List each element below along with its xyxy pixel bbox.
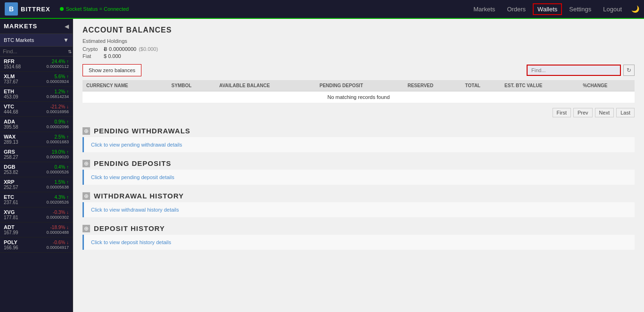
status-dot [60,7,64,11]
coin-pct-change: 24.4% ↑ [46,59,69,64]
pending-deposits-expand-icon[interactable]: ⊕ [83,160,90,167]
coin-info: ADA 395.58 [4,119,18,130]
coin-btc-value: 0.00000302 [46,215,69,220]
deposit-history-header: ⊕ DEPOSIT HISTORY [83,224,635,232]
deposit-history-expand-icon[interactable]: ⊕ [83,225,90,232]
nav-settings[interactable]: Settings [564,3,596,15]
coin-pct-change: -21.2% ↓ [46,104,69,109]
sidebar-coin-row[interactable]: WAX 289.13 2.5% ↑ 0.00001683 [0,132,73,147]
coin-change: 4.3% ↑ 0.00208526 [46,195,69,205]
refresh-button[interactable]: ↻ [623,65,635,76]
find-sidebar-input[interactable] [3,49,68,54]
pending-deposits-header: ⊕ PENDING DEPOSITS [83,159,635,167]
col-est-btc-value: EST. BTC VALUE [501,80,579,91]
coin-pct-change: 1.5% ↑ [46,180,69,185]
withdrawal-history-content[interactable]: Click to view withdrawal history details [83,202,635,217]
nav-markets[interactable]: Markets [469,3,500,15]
col-reserved: RESERVED [404,80,461,91]
sidebar-coin-row[interactable]: ETH 453.09 1.2% ↑ 0.06814234 [0,87,73,102]
coin-pct-change: 2.5% ↑ [46,134,69,140]
last-page-button[interactable]: Last [616,108,635,117]
sidebar-coin-row[interactable]: XLM 737.67 5.6% ↑ 0.00003924 [0,72,73,87]
sidebar-coin-row[interactable]: ADT 167.99 -18.9% ↓ 0.00000488 [0,222,73,238]
find-balance-input[interactable] [531,67,616,73]
pending-withdrawals-click-text: Click to view pending withdrawal details [91,142,182,148]
coin-info: XVG 177.81 [4,209,18,220]
pending-deposits-title: PENDING DEPOSITS [94,159,171,167]
balances-table-body: No matching records found [83,91,635,103]
coin-btc-value: 0.00002096 [46,124,69,129]
coin-pct-change: 0.9% ↑ [46,119,69,124]
pending-withdrawals-content[interactable]: Click to view pending withdrawal details [83,137,635,152]
coin-btc-value: 0.00004917 [46,245,69,250]
coin-btc-value: 0.00000112 [46,64,69,69]
sidebar-coin-row[interactable]: POLY 166.96 -0.6% ↓ 0.00004917 [0,238,73,253]
nav-wallets[interactable]: Wallets [533,3,562,15]
coin-name: POLY [4,239,18,245]
sidebar-coin-row[interactable]: XVG 177.81 -0.3% ↓ 0.00000302 [0,207,73,222]
show-zero-balances-button[interactable]: Show zero balances [83,64,141,76]
coin-name: VTC [4,104,18,109]
collapse-sidebar-button[interactable]: ◀ [65,23,69,30]
sidebar-coin-row[interactable]: VTC 444.68 -21.2% ↓ 0.00016956 [0,102,73,117]
coin-btc-value: 0.00001683 [46,140,69,144]
estimated-holdings: Estimated Holdings Crypto Ƀ 0.00000000 (… [83,38,635,59]
coin-change: 0.4% ↑ 0.00000526 [46,164,69,174]
coin-change: 1.2% ↑ 0.06814234 [46,89,69,99]
balances-table-header: CURRENCY NAME SYMBOL AVAILABLE BALANCE P… [83,80,635,91]
find-sidebar-container: ⇅ [0,47,73,57]
fiat-amount: $ 0.000 [104,53,121,59]
deposit-history-content[interactable]: Click to view deposit history details [83,235,635,250]
coin-change: 24.4% ↑ 0.00000112 [46,59,69,69]
coin-name: ETH [4,89,18,94]
btc-markets-select[interactable]: BTC Markets ▼ [0,34,73,47]
socket-status: Socket Status = Connected [60,6,469,12]
pending-deposits-content[interactable]: Click to view pending deposit details [83,170,635,185]
coin-change: 2.5% ↑ 0.00001683 [46,134,69,144]
coin-name: ETC [4,194,18,200]
account-balances-section: ACCOUNT BALANCES Estimated Holdings Cryp… [83,26,635,117]
coin-pct-change: 0.4% ↑ [46,164,69,170]
coin-btc-value: 0.06814234 [46,94,69,99]
top-navigation: B BITTREX Socket Status = Connected Mark… [0,0,644,19]
crypto-usd: ($0.000) [139,46,158,52]
coin-name: ADT [4,224,18,230]
coin-price: 737.67 [4,79,18,84]
coin-btc-value: 0.00000526 [46,170,69,174]
sidebar-coin-row[interactable]: ADA 395.58 0.9% ↑ 0.00002096 [0,117,73,132]
logo-icon: B [5,2,18,16]
theme-icon[interactable]: 🌙 [631,5,639,13]
pending-withdrawals-header: ⊕ PENDING WITHDRAWALS [83,127,635,135]
sidebar: MARKETS ◀ BTC Markets ▼ ⇅ RFR 1514.68 24… [0,19,73,312]
account-balances-title: ACCOUNT BALANCES [83,26,635,34]
coin-info: GRS 258.27 [4,149,18,160]
first-page-button[interactable]: First [553,108,571,117]
withdrawal-history-expand-icon[interactable]: ⊕ [83,192,90,200]
sidebar-coin-row[interactable]: DGB 253.82 0.4% ↑ 0.00000526 [0,162,73,177]
nav-orders[interactable]: Orders [502,3,530,15]
coin-btc-value: 0.00003924 [46,79,69,84]
sidebar-coin-row[interactable]: RFR 1514.68 24.4% ↑ 0.00000112 [0,57,73,72]
deposit-history-section: ⊕ DEPOSIT HISTORY Click to view deposit … [83,224,635,250]
sidebar-coin-row[interactable]: ETC 237.61 4.3% ↑ 0.00208526 [0,192,73,207]
content-area: ACCOUNT BALANCES Estimated Holdings Cryp… [73,19,644,312]
withdrawal-history-header: ⊕ WITHDRAWAL HISTORY [83,192,635,200]
coin-price: 289.13 [4,140,18,145]
nav-logout[interactable]: Logout [598,3,627,15]
sidebar-coin-row[interactable]: GRS 258.27 19.0% ↑ 0.00009020 [0,147,73,162]
coin-change: 0.9% ↑ 0.00002096 [46,119,69,129]
dropdown-arrow-icon: ▼ [63,37,69,43]
estimated-holdings-label: Estimated Holdings [83,38,635,44]
btc-markets-label: BTC Markets [4,37,34,43]
coin-price: 1514.68 [4,64,21,69]
crypto-amount: Ƀ 0.00000000 [104,46,136,52]
coin-price: 258.27 [4,155,18,160]
coin-btc-value: 0.00208526 [46,200,69,205]
pending-withdrawals-expand-icon[interactable]: ⊕ [83,127,90,135]
coin-list: RFR 1514.68 24.4% ↑ 0.00000112 XLM 737.6… [0,57,73,253]
sidebar-coin-row[interactable]: XRP 252.57 1.5% ↑ 0.00005638 [0,177,73,192]
balances-toolbar: Show zero balances ↻ [83,64,635,76]
next-page-button[interactable]: Next [595,108,614,117]
prev-page-button[interactable]: Prev [573,108,593,117]
sort-icon[interactable]: ⇅ [68,49,72,54]
